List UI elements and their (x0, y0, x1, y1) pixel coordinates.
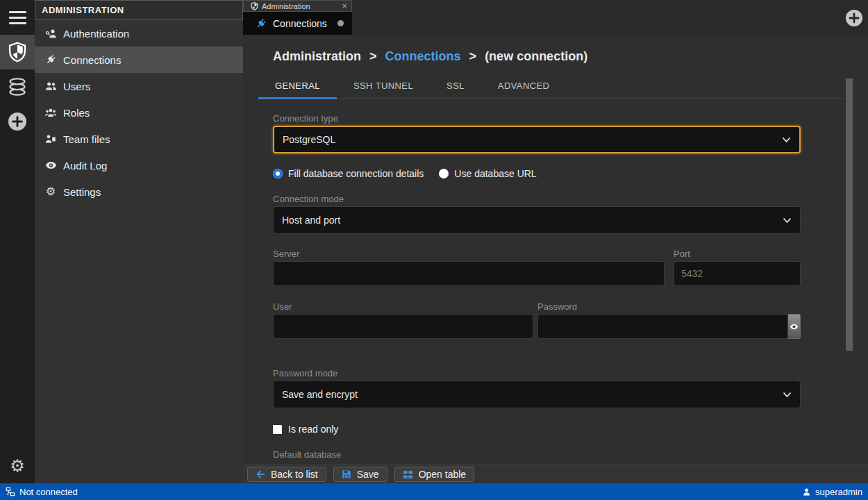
tab-label: Connections (273, 18, 327, 29)
breadcrumb-separator: > (469, 49, 477, 63)
database-url-radio[interactable]: Use database URL (439, 168, 536, 179)
breadcrumb-separator: > (369, 49, 377, 63)
password-mode-select[interactable]: Save and encrypt (273, 381, 801, 408)
tab-advanced[interactable]: ADVANCED (481, 76, 566, 99)
status-bar: Not connected superadmin (0, 483, 868, 500)
shield-icon (8, 42, 27, 62)
connection-mode-select[interactable]: Host and port (273, 206, 801, 234)
table-icon (403, 470, 413, 479)
connection-status-text: Not connected (19, 487, 78, 497)
connection-detail-mode: Fill database connection details Use dat… (273, 168, 801, 179)
rail-database-button[interactable] (0, 69, 35, 104)
password-input[interactable] (537, 314, 788, 339)
connection-mode-label: Connection mode (273, 194, 801, 204)
radio-selected-icon (273, 169, 283, 178)
tab-connections[interactable]: Connections (243, 12, 352, 35)
breadcrumb-section-link[interactable]: Connections (385, 49, 461, 63)
database-url-label: Use database URL (454, 168, 536, 179)
open-table-label: Open table (419, 469, 467, 480)
body-row: ⚙ ADMINISTRATION Authentication (0, 0, 868, 483)
plug-icon (44, 54, 57, 65)
menu-button[interactable] (0, 0, 35, 35)
logged-in-user[interactable]: superadmin (802, 487, 862, 497)
checkbox-icon (273, 425, 282, 434)
sidebar-item-label: Users (63, 81, 90, 92)
add-tab-button[interactable] (845, 9, 863, 27)
app-window: ⚙ ADMINISTRATION Authentication (0, 0, 868, 500)
back-to-list-label: Back to list (271, 469, 318, 480)
sidebar-item-label: Authentication (63, 28, 129, 40)
plus-circle-icon (845, 9, 863, 27)
plug-icon (256, 18, 267, 29)
password-label: Password (537, 301, 801, 312)
tab-group-label: Administration (262, 2, 310, 10)
sidebar-item-connections[interactable]: Connections (35, 47, 243, 73)
connection-mode-value: Host and port (282, 215, 340, 226)
disconnected-icon (6, 487, 15, 497)
open-table-button[interactable]: Open table (394, 467, 475, 482)
plus-circle-icon (8, 112, 27, 131)
gear-icon: ⚙ (10, 458, 25, 474)
sidebar-item-users[interactable]: Users (35, 73, 243, 99)
sidebar-item-label: Connections (63, 54, 121, 66)
gear-icon: ⚙ (44, 186, 57, 197)
chevron-down-icon (783, 392, 792, 398)
breadcrumb-leaf: (new connection) (485, 49, 587, 63)
connection-type-label: Connection type (273, 113, 801, 124)
user-key-icon (44, 28, 57, 39)
main-area: Administration × Connections (243, 0, 868, 483)
sidebar-item-roles[interactable]: Roles (35, 99, 243, 126)
rail-admin-button[interactable] (0, 35, 35, 69)
shield-icon (251, 2, 258, 10)
tab-general[interactable]: GENERAL (258, 76, 337, 99)
tab-group-administration[interactable]: Administration × (243, 0, 352, 12)
rail-settings-button[interactable]: ⚙ (0, 449, 35, 483)
eye-icon (790, 324, 799, 330)
back-to-list-button[interactable]: Back to list (247, 467, 326, 482)
chevron-down-icon (783, 217, 792, 224)
database-icon (8, 77, 27, 97)
connection-type-value: PostgreSQL (283, 134, 335, 145)
fill-details-radio[interactable]: Fill database connection details (273, 168, 424, 179)
connection-form: Connection type PostgreSQL Fill database… (273, 113, 801, 460)
tab-ssh-tunnel[interactable]: SSH TUNNEL (337, 76, 430, 99)
roles-icon (44, 108, 57, 117)
sidebar-item-team-files[interactable]: Team files (35, 126, 243, 152)
default-database-label: Default database (273, 449, 801, 460)
save-icon (342, 469, 351, 479)
chevron-down-icon (782, 137, 791, 143)
is-read-only-checkbox[interactable]: Is read only (273, 424, 801, 435)
activity-bar: ⚙ (0, 0, 35, 483)
tabstrip: Administration × Connections (243, 0, 868, 35)
sidebar-item-settings[interactable]: ⚙ Settings (35, 178, 243, 205)
close-icon[interactable]: × (342, 1, 347, 10)
scrollbar-thumb[interactable] (846, 78, 853, 351)
rail-spacer (0, 139, 35, 449)
sidebar-item-authentication[interactable]: Authentication (35, 20, 243, 47)
server-input[interactable] (273, 261, 665, 286)
sidebar-header: ADMINISTRATION (35, 0, 243, 20)
breadcrumb: Administration > Connections > (new conn… (243, 35, 868, 64)
connection-type-select[interactable]: PostgreSQL (273, 126, 801, 153)
form-tabs: GENERAL SSH TUNNEL SSL ADVANCED (258, 76, 844, 99)
content-area: Administration > Connections > (new conn… (243, 35, 868, 465)
connection-status[interactable]: Not connected (6, 487, 78, 497)
show-password-button[interactable] (788, 314, 801, 339)
port-label: Port (674, 249, 801, 259)
sidebar-item-label: Audit Log (63, 160, 107, 172)
save-label: Save (357, 469, 379, 480)
fill-details-label: Fill database connection details (288, 168, 424, 179)
user-label: User (273, 301, 533, 312)
sidebar-item-label: Roles (63, 107, 90, 119)
user-input[interactable] (273, 314, 533, 339)
rail-add-connection-button[interactable] (0, 104, 35, 139)
is-read-only-label: Is read only (288, 424, 338, 435)
password-mode-label: Password mode (273, 368, 801, 378)
port-input[interactable] (674, 261, 801, 286)
sidebar-item-audit-log[interactable]: Audit Log (35, 152, 243, 178)
save-button[interactable]: Save (333, 467, 387, 482)
sidebar-item-label: Settings (63, 186, 101, 198)
bottom-toolbar: Back to list Save Open (243, 465, 868, 483)
tab-ssl[interactable]: SSL (430, 76, 481, 99)
user-icon (802, 488, 811, 497)
